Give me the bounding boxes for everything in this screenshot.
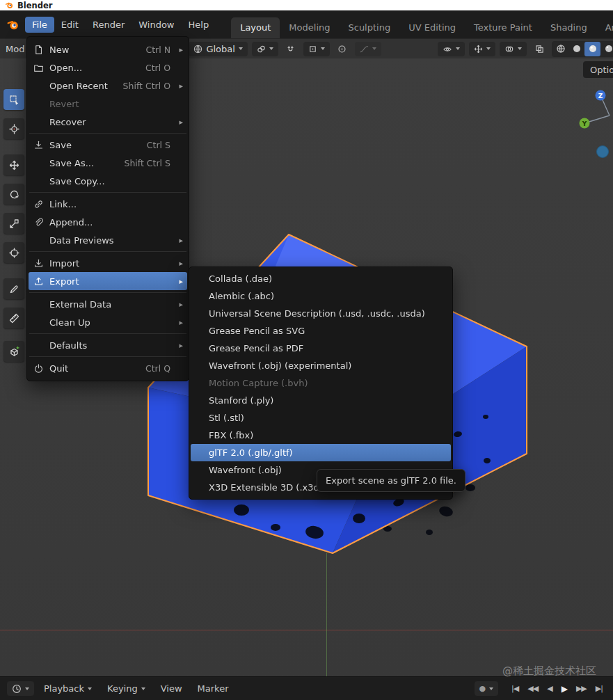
tab-texture-paint[interactable]: Texture Paint xyxy=(465,17,541,38)
window-title: Blender xyxy=(17,1,52,10)
editor-type-dropdown[interactable] xyxy=(7,681,34,696)
export-item-stl[interactable]: Stl (.stl) xyxy=(191,409,451,427)
tab-animation[interactable]: Anima xyxy=(596,17,613,38)
export-item-collada[interactable]: Collada (.dae) xyxy=(191,270,451,287)
playback-controls: ● |◀ ◀◀ ◀ ▶ ▶▶ ▶| xyxy=(475,681,607,697)
proportional-falloff-dropdown[interactable] xyxy=(355,42,381,56)
menu-playback[interactable]: Playback xyxy=(38,681,97,697)
solid-sphere-icon xyxy=(572,44,582,54)
chevron-down-icon xyxy=(88,687,92,690)
file-menu-item-link[interactable]: Link... xyxy=(29,195,187,213)
export-item-bvh: Motion Capture (.bvh) xyxy=(191,374,451,392)
tool-measure-button[interactable] xyxy=(3,308,24,328)
export-item-grease-pencil-pdf[interactable]: Grease Pencil as PDF xyxy=(191,340,451,357)
next-keyframe-button[interactable]: ▶▶ xyxy=(573,681,590,696)
file-menu-item-clean-up[interactable]: Clean Up ▸ xyxy=(29,313,187,331)
tool-transform-button[interactable] xyxy=(3,242,24,263)
shading-material-button[interactable] xyxy=(584,42,600,56)
menu-view[interactable]: View xyxy=(155,681,188,697)
export-item-alembic[interactable]: Alembic (.abc) xyxy=(191,287,451,305)
snap-toggle-button[interactable] xyxy=(282,42,299,56)
tab-sculpting[interactable]: Sculpting xyxy=(339,17,399,38)
tab-shading[interactable]: Shading xyxy=(541,17,596,38)
menu-render[interactable]: Render xyxy=(86,17,132,33)
export-item-ply[interactable]: Stanford (.ply) xyxy=(191,392,451,409)
file-menu-item-quit[interactable]: Quit Ctrl Q xyxy=(29,359,187,377)
chevron-down-icon xyxy=(486,47,491,50)
tab-uv-editing[interactable]: UV Editing xyxy=(399,17,465,38)
gizmo-icon xyxy=(474,45,483,54)
tool-tweak-select-button[interactable] xyxy=(3,89,24,110)
menu-help[interactable]: Help xyxy=(182,17,216,33)
proportional-editing-button[interactable] xyxy=(334,42,351,56)
prev-keyframe-button[interactable]: ◀◀ xyxy=(524,681,541,696)
export-item-gltf[interactable]: glTF 2.0 (.glb/.gltf) xyxy=(191,444,451,461)
gizmos-dropdown[interactable] xyxy=(469,42,495,56)
submenu-arrow-icon: ▸ xyxy=(175,277,183,286)
xray-icon xyxy=(535,45,544,54)
xray-toggle-button[interactable] xyxy=(531,42,548,56)
menu-keying[interactable]: Keying xyxy=(102,681,151,697)
export-item-obj-experimental[interactable]: Wavefront (.obj) (experimental) xyxy=(191,357,451,374)
shading-solid-button[interactable] xyxy=(568,42,584,56)
tab-layout[interactable]: Layout xyxy=(231,17,280,38)
file-menu-item-save-as[interactable]: Save As... Shift Ctrl S xyxy=(29,154,187,172)
tool-add-cube-button[interactable] xyxy=(3,341,24,362)
file-menu-item-export[interactable]: Export ▸ xyxy=(29,272,187,290)
workspace-tabs: Layout Modeling Sculpting UV Editing Tex… xyxy=(231,17,613,38)
blender-logo-icon[interactable] xyxy=(7,18,19,31)
file-menu-item-external-data[interactable]: External Data ▸ xyxy=(29,295,187,313)
zoom-ball[interactable] xyxy=(597,146,609,158)
menu-marker[interactable]: Marker xyxy=(192,681,234,697)
show-hide-dropdown[interactable] xyxy=(438,42,465,56)
tool-annotate-button[interactable] xyxy=(3,278,24,299)
auto-key-dropdown[interactable]: ● xyxy=(475,681,499,696)
export-item-fbx[interactable]: FBX (.fbx) xyxy=(191,427,451,444)
measure-ruler-icon xyxy=(9,313,19,324)
annotate-pencil-icon xyxy=(9,284,19,294)
magnet-icon xyxy=(286,45,295,54)
menu-edit[interactable]: Edit xyxy=(54,17,86,33)
proportional-editing-icon xyxy=(337,45,347,54)
chevron-down-icon xyxy=(518,47,522,50)
transform-icon xyxy=(9,248,19,258)
shading-wireframe-button[interactable] xyxy=(552,42,568,56)
transform-orientation-dropdown[interactable]: Global xyxy=(189,42,247,56)
material-sphere-icon xyxy=(588,44,598,54)
file-menu-item-data-previews[interactable]: Data Previews ▸ xyxy=(29,231,187,249)
file-menu-item-open-recent[interactable]: Open Recent Shift Ctrl O ▸ xyxy=(29,77,187,95)
folder-open-icon xyxy=(33,62,45,73)
tab-modeling[interactable]: Modeling xyxy=(280,17,339,38)
toolbar xyxy=(1,89,26,362)
export-item-grease-pencil-svg[interactable]: Grease Pencil as SVG xyxy=(191,322,451,340)
file-menu-item-save-copy[interactable]: Save Copy... xyxy=(29,172,187,190)
options-dropdown[interactable]: Optio xyxy=(583,61,613,78)
menu-file[interactable]: File xyxy=(25,17,54,33)
shading-rendered-button[interactable] xyxy=(600,42,613,56)
file-menu-item-recover[interactable]: Recover ▸ xyxy=(29,113,187,131)
menu-window[interactable]: Window xyxy=(132,17,181,33)
file-menu-item-defaults[interactable]: Defaults ▸ xyxy=(29,336,187,354)
play-button[interactable]: ▶ xyxy=(558,681,571,697)
play-reverse-button[interactable]: ◀ xyxy=(543,681,555,696)
jump-to-end-button[interactable]: ▶| xyxy=(592,681,606,696)
jump-to-start-button[interactable]: |◀ xyxy=(508,681,522,696)
pivot-point-dropdown[interactable] xyxy=(252,42,278,56)
file-menu-item-new[interactable]: New Ctrl N ▸ xyxy=(29,40,187,58)
file-menu-item-append[interactable]: Append... xyxy=(29,213,187,231)
navigation-gizmo[interactable]: Z Y xyxy=(571,90,613,166)
transport-buttons: |◀ ◀◀ ◀ ▶ ▶▶ ▶| xyxy=(508,681,606,697)
tool-cursor-button[interactable] xyxy=(3,118,24,139)
export-item-usd[interactable]: Universal Scene Description (.usd, .usdc… xyxy=(191,305,451,322)
file-menu-item-import[interactable]: Import ▸ xyxy=(29,254,187,272)
snap-with-dropdown[interactable] xyxy=(303,42,330,56)
tool-move-button[interactable] xyxy=(3,154,24,175)
tool-scale-button[interactable] xyxy=(3,213,24,234)
chevron-down-icon xyxy=(25,687,29,690)
file-menu-item-open[interactable]: Open... Ctrl O xyxy=(29,58,187,77)
file-menu-item-save[interactable]: Save Ctrl S xyxy=(29,136,187,154)
rotate-icon xyxy=(9,189,19,200)
tool-rotate-button[interactable] xyxy=(3,184,24,205)
overlays-dropdown[interactable] xyxy=(500,42,527,56)
mode-selector[interactable]: Mod xyxy=(4,44,24,54)
